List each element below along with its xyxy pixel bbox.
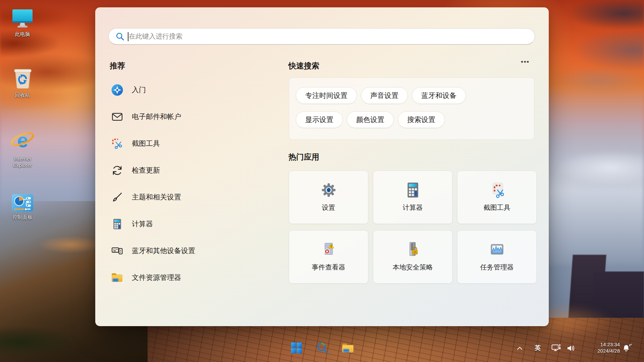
- recycle-bin-icon: [11, 66, 34, 90]
- get-started-pinwheel-icon: [110, 83, 124, 97]
- recommended-item-get-started[interactable]: 入门: [110, 76, 284, 103]
- devices-icon: [110, 244, 124, 257]
- chevron-up-icon: [517, 346, 523, 350]
- task-manager-icon: [489, 240, 505, 259]
- recommended-item-themes[interactable]: 主题和相关设置: [110, 184, 284, 210]
- quick-search-header: 快速搜索: [288, 61, 319, 71]
- tray-time: 14:23:34: [597, 341, 620, 348]
- wallpaper-mist: [543, 84, 644, 265]
- quick-search-chip[interactable]: 专注时间设置: [296, 87, 357, 104]
- quick-search-card: 专注时间设置 声音设置 蓝牙和设备 显示设置 颜色设置 搜索设置: [289, 77, 534, 140]
- search-input[interactable]: [129, 29, 528, 44]
- desktop-screen: 此电脑 回收站 e: [0, 0, 644, 362]
- windows-logo-icon: [290, 342, 303, 354]
- search-box[interactable]: [108, 28, 535, 45]
- internet-explorer-icon: e: [9, 128, 36, 154]
- snipping-tool-icon: [110, 137, 124, 150]
- quick-search-chip[interactable]: 显示设置: [296, 111, 343, 128]
- quick-search-chip[interactable]: 蓝牙和设备: [412, 87, 466, 104]
- taskbar-search-button[interactable]: [315, 341, 330, 355]
- folder-icon: [110, 271, 124, 284]
- svg-text:e: e: [17, 129, 28, 152]
- desktop-icon-this-pc[interactable]: 此电脑: [4, 9, 41, 37]
- recommended-list: 入门 电子邮件和帐户: [110, 76, 284, 291]
- snipping-tool-icon: [488, 180, 506, 200]
- recommended-item-snipping-tool[interactable]: 截图工具: [110, 130, 284, 157]
- recommended-item-file-explorer[interactable]: 文件资源管理器: [110, 264, 284, 291]
- svg-text:z: z: [631, 343, 632, 346]
- app-tile-local-security-policy[interactable]: 本地安全策略: [373, 230, 452, 284]
- tray-notification-button[interactable]: z z: [621, 343, 633, 353]
- tray-show-hidden-icons[interactable]: [515, 344, 525, 352]
- tray-date: 2024/4/28: [597, 348, 620, 354]
- tray-hardware-button[interactable]: [551, 343, 563, 353]
- top-apps-grid: 设置 计算器: [289, 171, 537, 284]
- text-caret: [128, 32, 128, 41]
- paintbrush-icon: [110, 190, 124, 204]
- this-pc-monitor-icon: [10, 9, 35, 29]
- local-security-policy-icon: [405, 240, 421, 259]
- recommended-header: 推荐: [110, 61, 125, 71]
- gear-icon: [320, 180, 337, 200]
- speaker-icon: [567, 344, 576, 352]
- top-apps-header: 热门应用: [288, 152, 319, 162]
- tray-clock[interactable]: 14:23:34 2024/4/28: [597, 341, 620, 354]
- refresh-update-icon: [110, 164, 124, 177]
- app-tile-task-manager[interactable]: 任务管理器: [457, 230, 537, 284]
- app-tile-event-viewer[interactable]: 事件查看器: [289, 230, 368, 284]
- taskbar-file-explorer-button[interactable]: [340, 341, 355, 355]
- quick-search-chip[interactable]: 搜索设置: [398, 111, 445, 128]
- start-button[interactable]: [289, 341, 304, 355]
- desktop-icon-label: Internet Explorer: [4, 156, 41, 168]
- calculator-icon: [405, 180, 421, 200]
- app-tile-calculator[interactable]: 计算器: [373, 171, 452, 224]
- desktop-icon-label: 回收站: [15, 92, 30, 98]
- desktop-icon-label: 控制面板: [12, 214, 33, 220]
- quick-search-chip[interactable]: 颜色设置: [347, 111, 394, 128]
- bell-do-not-disturb-icon: z z: [622, 343, 633, 352]
- desktop-icon-internet-explorer[interactable]: e Internet Explorer: [4, 128, 41, 168]
- app-tile-snipping-tool[interactable]: 截图工具: [457, 171, 537, 224]
- folder-icon: [341, 342, 355, 354]
- desktop-icon-label: 此电脑: [15, 31, 30, 37]
- search-icon: [316, 342, 329, 354]
- mail-icon: [110, 110, 124, 123]
- app-tile-settings[interactable]: 设置: [289, 171, 368, 224]
- quick-search-chip[interactable]: 声音设置: [361, 87, 408, 104]
- search-flyout-panel: 推荐 快速搜索 ••• 入门: [95, 7, 549, 326]
- recommended-item-mail-accounts[interactable]: 电子邮件和帐户: [110, 103, 284, 130]
- desktop-icon-recycle-bin[interactable]: 回收站: [4, 66, 41, 98]
- event-viewer-icon: [320, 240, 337, 259]
- desktop-icon-control-panel[interactable]: 控制面板: [4, 194, 41, 220]
- recommended-item-calculator[interactable]: 计算器: [110, 210, 284, 237]
- more-options-button[interactable]: •••: [516, 57, 534, 68]
- recommended-item-check-updates[interactable]: 检查更新: [110, 157, 284, 184]
- monitor-plug-icon: [551, 344, 562, 352]
- tray-ime-indicator[interactable]: 英: [533, 344, 543, 352]
- recommended-item-bluetooth-devices[interactable]: 蓝牙和其他设备设置: [110, 237, 284, 264]
- tray-volume-button[interactable]: [566, 344, 577, 353]
- control-panel-icon: [11, 194, 34, 212]
- search-icon: [115, 32, 125, 41]
- calculator-icon: [110, 217, 124, 231]
